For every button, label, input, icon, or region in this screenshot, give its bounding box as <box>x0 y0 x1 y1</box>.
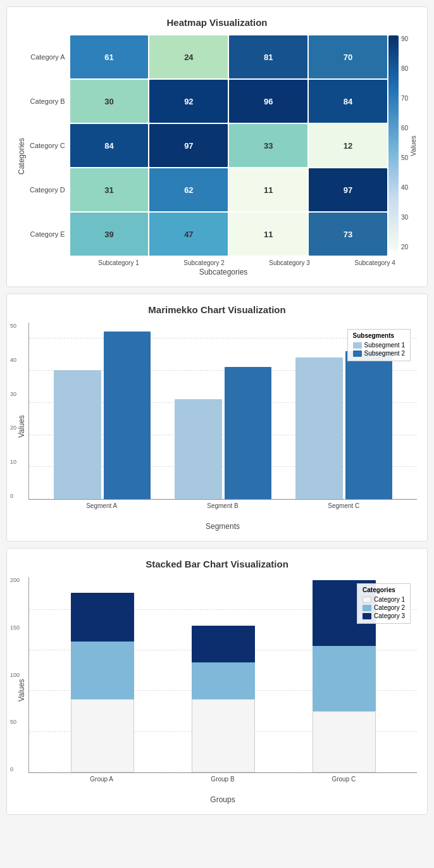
sb-group-label: Group A <box>41 776 162 783</box>
heatmap-main: Category ACategory BCategory CCategory D… <box>30 35 417 276</box>
marimekko-segment-label: Segment B <box>162 502 283 509</box>
stackedbar-chart-area: 050100150200 CategoriesCategory 1Categor… <box>28 577 417 773</box>
stackedbar-wrap: Values 050100150200 CategoriesCategory 1… <box>17 577 417 804</box>
marimekko-chart: Marimekko Chart Visualization Values 010… <box>6 294 428 542</box>
heatmap-title: Heatmap Visualization <box>17 17 417 28</box>
marimekko-y-tick: 20 <box>10 425 16 431</box>
marimekko-wrap: Values 01020304050 SubsegmentsSubsegment… <box>17 323 417 531</box>
heatmap-cell: 62 <box>149 168 228 211</box>
sb-cat1 <box>71 699 134 772</box>
heatmap-row: 84973312 <box>70 124 387 167</box>
heatmap-cell: 97 <box>149 124 228 167</box>
heatmap-cell: 39 <box>70 213 149 256</box>
marimekko-y-axis: 01020304050 <box>10 323 16 499</box>
heatmap-row-label: Category C <box>30 124 69 167</box>
heatmap-col-label: Subcategory 4 <box>333 257 417 266</box>
heatmap-wrap: Categories Category ACategory BCategory … <box>17 35 417 276</box>
colorbar-tick: 30 <box>401 214 408 221</box>
marimekko-bar-sub2 <box>345 351 392 499</box>
sb-cat3 <box>192 626 255 662</box>
heatmap-cell: 30 <box>70 80 149 123</box>
stackedbar-xlabel: Groups <box>28 795 417 804</box>
heatmap-ylabel: Categories <box>17 35 26 276</box>
sb-legend-item: Category 3 <box>363 612 405 619</box>
marimekko-legend-swatch <box>353 350 362 357</box>
marimekko-y-tick: 30 <box>10 391 16 397</box>
heatmap-cells: 6124817030929684849733123162119739471173 <box>70 35 387 257</box>
sb-cat3 <box>71 593 134 642</box>
heatmap-cell: 84 <box>309 80 387 123</box>
heatmap-row-label: Category B <box>30 80 69 123</box>
colorbar-tick: 20 <box>401 244 408 251</box>
marimekko-bar-sub1 <box>175 399 221 499</box>
heatmap-row-label: Category A <box>30 35 69 78</box>
heatmap-cell: 81 <box>229 35 307 78</box>
sb-cat2 <box>71 642 134 698</box>
marimekko-legend-swatch <box>353 342 362 349</box>
marimekko-bar-pair <box>295 351 392 499</box>
heatmap-cell: 12 <box>309 124 387 167</box>
sb-bar <box>71 593 134 772</box>
sb-bar <box>192 626 255 773</box>
sb-legend-swatch <box>363 605 371 611</box>
stackedbar-title: Stacked Bar Chart Visualization <box>17 559 417 569</box>
heatmap-cell: 33 <box>229 124 307 167</box>
colorbar-ylabel: Values <box>409 35 417 257</box>
sb-group <box>192 626 255 773</box>
heatmap-cell: 96 <box>229 80 307 123</box>
heatmap-row: 61248170 <box>70 35 387 78</box>
sb-legend-item: Category 1 <box>363 596 405 603</box>
heatmap-cell: 97 <box>309 168 387 211</box>
marimekko-y-tick: 10 <box>10 459 16 465</box>
marimekko-bar-sub1 <box>54 370 101 499</box>
marimekko-ylabel: Values <box>17 323 26 531</box>
marimekko-y-tick: 0 <box>10 493 16 499</box>
heatmap-row-label: Category D <box>30 168 69 211</box>
sb-legend-label: Category 1 <box>374 596 405 603</box>
marimekko-legend-item: Subsegment 1 <box>353 342 406 349</box>
marimekko-segment <box>42 332 163 499</box>
colorbar-tick: 70 <box>401 95 408 102</box>
heatmap-cell: 31 <box>70 168 149 211</box>
marimekko-segment <box>163 367 283 499</box>
sb-legend-swatch <box>363 597 371 603</box>
sb-cat2 <box>192 662 255 699</box>
sb-group <box>71 593 134 772</box>
marimekko-legend-label: Subsegment 1 <box>364 342 406 349</box>
marimekko-legend: SubsegmentsSubsegment 1Subsegment 2 <box>347 329 411 361</box>
heatmap-row: 30929684 <box>70 80 387 123</box>
sb-y-tick: 150 <box>10 624 20 631</box>
sb-legend-swatch <box>363 613 371 619</box>
marimekko-y-tick: 40 <box>10 357 16 363</box>
sb-legend-title: Categories <box>363 586 405 593</box>
marimekko-bar-pair <box>175 367 271 499</box>
marimekko-segment-label: Segment C <box>283 502 404 509</box>
heatmap-cell: 73 <box>309 213 387 256</box>
marimekko-legend-item: Subsegment 2 <box>353 350 406 357</box>
marimekko-chart-area: 01020304050 SubsegmentsSubsegment 1Subse… <box>28 323 417 500</box>
heatmap-row-label: Category E <box>30 213 69 256</box>
marimekko-main: 01020304050 SubsegmentsSubsegment 1Subse… <box>28 323 417 531</box>
colorbar <box>388 35 399 251</box>
colorbar-tick: 50 <box>401 154 408 161</box>
heatmap-cell: 24 <box>149 35 228 78</box>
sb-group-label: Group C <box>283 776 404 783</box>
sb-legend: CategoriesCategory 1Category 2Category 3 <box>357 583 411 624</box>
heatmap-row-labels: Category ACategory BCategory CCategory D… <box>30 35 69 257</box>
heatmap-cell: 11 <box>229 213 307 256</box>
heatmap-col-label: Subcategory 2 <box>162 257 246 266</box>
heatmap-col-label: Subcategory 3 <box>247 257 332 266</box>
heatmap-cell: 47 <box>149 213 228 256</box>
heatmap-col-label: Subcategory 1 <box>77 257 161 266</box>
sb-cat1 <box>313 711 376 772</box>
sb-legend-item: Category 2 <box>363 604 405 611</box>
heatmap-chart: Heatmap Visualization Categories Categor… <box>6 6 428 287</box>
sb-cat2 <box>313 646 376 711</box>
marimekko-legend-label: Subsegment 2 <box>364 350 406 357</box>
colorbar-tick: 60 <box>401 125 408 132</box>
colorbar-tick: 40 <box>401 184 408 191</box>
heatmap-cell: 92 <box>149 80 228 123</box>
colorbar-tick: 80 <box>401 65 408 72</box>
marimekko-bar-sub1 <box>295 357 342 499</box>
stackedbar-main: 050100150200 CategoriesCategory 1Categor… <box>28 577 417 804</box>
